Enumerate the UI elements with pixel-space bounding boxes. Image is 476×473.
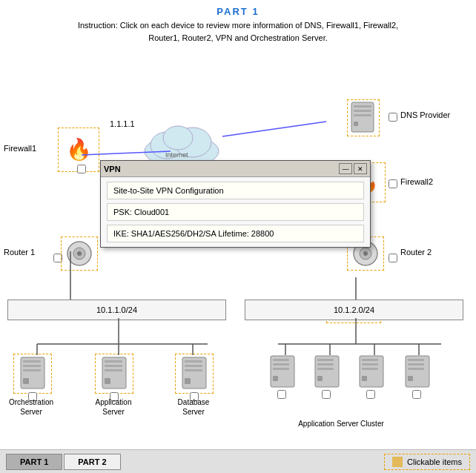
router2-checkbox[interactable] (389, 254, 397, 262)
svg-rect-61 (273, 359, 289, 361)
svg-rect-79 (408, 376, 413, 381)
vpn-close-button[interactable]: ✕ (354, 163, 367, 174)
page-title: PART 1 (0, 6, 476, 17)
instruction-line1: Instruction: Click on each device to rev… (78, 21, 398, 30)
clickable-legend: Clickable items (384, 454, 470, 470)
app-server-left-label: ApplicationServer (87, 397, 139, 417)
svg-rect-59 (185, 378, 191, 384)
svg-rect-49 (23, 378, 29, 384)
svg-point-18 (163, 126, 193, 150)
svg-rect-68 (317, 368, 334, 370)
cluster-server-4[interactable] (400, 354, 436, 391)
svg-rect-74 (362, 376, 367, 381)
router2-label: Router 2 (400, 248, 432, 257)
svg-rect-23 (354, 114, 371, 116)
svg-rect-56 (185, 360, 202, 363)
firewall1-label: Firewall1 (4, 144, 36, 153)
vpn-row2: PSK: Cloud001 (107, 203, 364, 221)
firewall2-checkbox[interactable] (389, 179, 397, 188)
cluster-server-1[interactable] (265, 354, 301, 391)
svg-rect-78 (408, 368, 424, 370)
cluster-server-4-checkbox[interactable] (412, 390, 421, 399)
svg-rect-64 (273, 376, 278, 381)
left-network-segment: 10.1.1.0/24 (7, 300, 226, 320)
app-server-left-device[interactable] (95, 354, 133, 394)
svg-rect-24 (354, 122, 358, 126)
cluster-server-2-checkbox[interactable] (322, 390, 331, 399)
firewall1-checkbox[interactable] (77, 165, 86, 173)
svg-rect-66 (317, 359, 334, 361)
svg-rect-67 (317, 363, 334, 366)
vpn-row1: Site-to-Site VPN Configuration (107, 182, 364, 199)
part1-tab[interactable]: PART 1 (6, 454, 62, 470)
svg-rect-48 (23, 369, 41, 371)
svg-rect-52 (105, 365, 122, 367)
cluster-server-3[interactable] (354, 354, 390, 391)
firewall2-label: Firewall2 (400, 177, 433, 186)
app-server-cluster-label: Application Server Cluster (256, 420, 426, 428)
svg-rect-73 (362, 368, 378, 370)
svg-rect-76 (408, 359, 424, 361)
svg-point-27 (77, 251, 82, 256)
svg-rect-53 (105, 369, 122, 371)
part2-tab[interactable]: PART 2 (64, 454, 120, 470)
svg-rect-63 (273, 368, 289, 370)
vpn-title: VPN (104, 165, 121, 173)
svg-rect-54 (105, 378, 110, 384)
cluster-server-2[interactable] (310, 354, 346, 391)
svg-rect-71 (362, 359, 378, 361)
vpn-window: VPN — ✕ Site-to-Site VPN Configuration P… (100, 160, 371, 248)
svg-point-30 (363, 251, 368, 256)
bottom-tabs-bar: PART 1 PART 2 Clickable items (0, 449, 476, 473)
svg-rect-62 (273, 363, 289, 366)
dns-provider-label: DNS Provider (400, 110, 450, 119)
cluster-server-3-checkbox[interactable] (366, 390, 375, 399)
database-server-device[interactable] (175, 354, 214, 394)
vpn-ip-label: 1.1.1.1 (110, 119, 135, 128)
svg-rect-72 (362, 363, 378, 366)
svg-rect-77 (408, 363, 424, 366)
svg-rect-58 (185, 369, 202, 371)
instruction-line2: Router1, Router2, VPN and Orchestration … (148, 33, 328, 42)
orchestration-server-device[interactable] (13, 354, 52, 394)
svg-rect-51 (105, 360, 122, 363)
right-network-segment: 10.1.2.0/24 (245, 300, 463, 320)
svg-line-1 (222, 122, 326, 136)
svg-rect-22 (354, 110, 371, 112)
orchestration-server-label: OrchestrationServer (6, 397, 56, 417)
database-server-label: DatabaseServer (168, 397, 219, 417)
router1-device[interactable] (61, 236, 98, 271)
dns-checkbox[interactable] (389, 113, 397, 122)
svg-rect-57 (185, 365, 202, 367)
cluster-server-1-checkbox[interactable] (277, 390, 286, 399)
svg-rect-47 (23, 365, 41, 367)
svg-rect-69 (317, 376, 323, 381)
dns-server-icon[interactable] (347, 99, 380, 136)
router1-label: Router 1 (4, 248, 35, 257)
svg-rect-21 (354, 105, 371, 108)
vpn-row3: IKE: SHA1/AES256/DH2/SA Lifetime: 28800 (107, 225, 364, 242)
svg-text:Internet: Internet (165, 151, 188, 159)
vpn-minimize-button[interactable]: — (339, 163, 352, 174)
svg-rect-46 (23, 360, 41, 363)
